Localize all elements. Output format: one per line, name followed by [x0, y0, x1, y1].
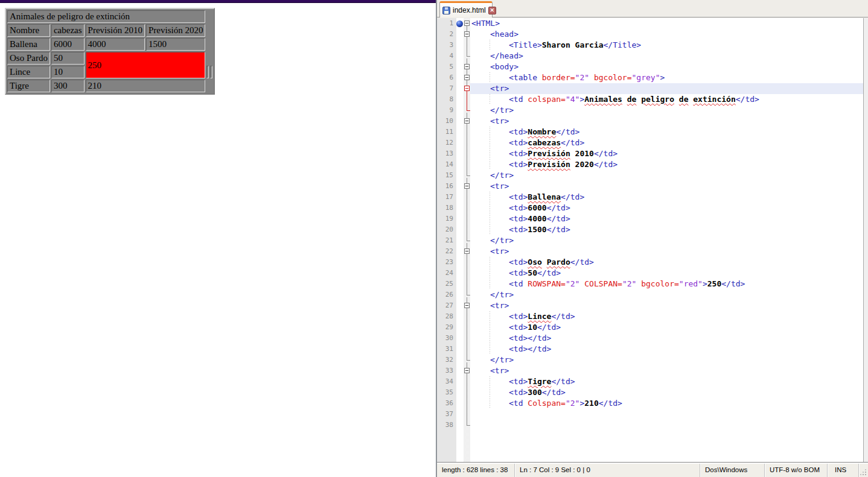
code-line-32[interactable]: 32</tr>: [437, 355, 863, 365]
status-encoding[interactable]: UTF-8 w/o BOM: [764, 464, 827, 477]
bookmark-margin-cell[interactable]: [456, 72, 464, 83]
code-line-28[interactable]: 28<td>Lince</td>: [437, 311, 863, 322]
code-line-12[interactable]: 12<td>cabezas</td>: [437, 137, 863, 148]
bookmark-margin-cell[interactable]: [456, 409, 464, 420]
fold-margin-cell[interactable]: [464, 18, 470, 29]
fold-margin-cell[interactable]: [464, 203, 470, 213]
fold-margin-cell[interactable]: [464, 72, 470, 83]
code-text[interactable]: [470, 409, 863, 420]
code-line-2[interactable]: 2<head>: [437, 29, 863, 40]
code-text[interactable]: <tr>: [470, 365, 863, 376]
line-number[interactable]: 10: [437, 116, 456, 127]
code-text[interactable]: <td>Ballena</td>: [470, 192, 863, 203]
line-number[interactable]: 19: [437, 213, 456, 224]
fold-margin-cell[interactable]: [464, 300, 470, 311]
code-text[interactable]: <td>1500</td>: [470, 224, 863, 235]
line-number[interactable]: 28: [437, 311, 456, 322]
code-text[interactable]: </tr>: [470, 170, 863, 181]
bookmark-margin-cell[interactable]: [456, 137, 464, 148]
code-text[interactable]: <td>Oso Pardo</td>: [470, 257, 863, 268]
code-line-27[interactable]: 27<tr>: [437, 300, 863, 311]
fold-margin-cell[interactable]: [464, 29, 470, 40]
line-number[interactable]: 35: [437, 387, 456, 398]
line-number[interactable]: 29: [437, 322, 456, 333]
fold-toggle-icon[interactable]: [464, 183, 470, 189]
bookmark-margin-cell[interactable]: [456, 192, 464, 203]
line-number[interactable]: 12: [437, 137, 456, 148]
resize-grip-icon[interactable]: [865, 474, 866, 475]
fold-margin-cell[interactable]: [464, 51, 470, 62]
code-line-19[interactable]: 19<td>4000</td>: [437, 213, 863, 224]
code-text[interactable]: <head>: [470, 29, 863, 40]
bookmark-margin-cell[interactable]: [456, 376, 464, 387]
status-insert-mode[interactable]: INS: [827, 464, 858, 477]
code-line-33[interactable]: 33<tr>: [437, 365, 863, 376]
code-text[interactable]: <td ROWSPAN="2" COLSPAN="2" bgcolor="red…: [470, 279, 863, 289]
bookmark-margin-cell[interactable]: [456, 398, 464, 409]
bookmark-margin-cell[interactable]: [456, 83, 464, 94]
bookmark-margin-cell[interactable]: [456, 148, 464, 159]
line-number[interactable]: 22: [437, 246, 456, 257]
fold-margin-cell[interactable]: [464, 148, 470, 159]
bookmark-margin-cell[interactable]: [456, 311, 464, 322]
bookmark-margin-cell[interactable]: [456, 127, 464, 137]
bookmark-margin-cell[interactable]: [456, 246, 464, 257]
code-text[interactable]: <table border="2" bgcolor="grey">: [470, 72, 863, 83]
fold-margin-cell[interactable]: [464, 333, 470, 344]
line-number[interactable]: 21: [437, 235, 456, 246]
code-text[interactable]: <tr>: [470, 181, 863, 192]
code-editor[interactable]: 1<HTML>2<head>3<Title>Sharon Garcia</Tit…: [437, 18, 868, 462]
code-text[interactable]: <td colspan="4">Animales de peligro de e…: [470, 94, 863, 105]
fold-margin-cell[interactable]: [464, 105, 470, 116]
line-number[interactable]: 1: [437, 18, 456, 29]
close-icon[interactable]: ✕: [488, 7, 496, 14]
fold-margin-cell[interactable]: [464, 355, 470, 365]
fold-margin-cell[interactable]: [464, 344, 470, 355]
bookmark-margin-cell[interactable]: [456, 62, 464, 72]
bookmark-margin-cell[interactable]: [456, 235, 464, 246]
code-line-29[interactable]: 29<td>10</td>: [437, 322, 863, 333]
code-text[interactable]: </tr>: [470, 105, 863, 116]
fold-margin-cell[interactable]: [464, 159, 470, 170]
line-number[interactable]: 34: [437, 376, 456, 387]
code-text[interactable]: <tr>: [470, 116, 863, 127]
line-number[interactable]: 26: [437, 289, 456, 300]
bookmark-margin-cell[interactable]: [456, 257, 464, 268]
fold-margin-cell[interactable]: [464, 398, 470, 409]
code-line-37[interactable]: 37: [437, 409, 863, 420]
line-number[interactable]: 31: [437, 344, 456, 355]
line-number[interactable]: 25: [437, 279, 456, 289]
fold-margin-cell[interactable]: [464, 181, 470, 192]
fold-margin-cell[interactable]: [464, 311, 470, 322]
code-text[interactable]: <td>50</td>: [470, 268, 863, 279]
bookmark-margin-cell[interactable]: [456, 170, 464, 181]
code-text[interactable]: </tr>: [470, 289, 863, 300]
fold-margin-cell[interactable]: [464, 365, 470, 376]
bookmark-margin-cell[interactable]: [456, 51, 464, 62]
code-line-6[interactable]: 6<table border="2" bgcolor="grey">: [437, 72, 863, 83]
line-number[interactable]: 14: [437, 159, 456, 170]
fold-margin-cell[interactable]: [464, 192, 470, 203]
line-number[interactable]: 27: [437, 300, 456, 311]
code-text[interactable]: <td>10</td>: [470, 322, 863, 333]
fold-margin-cell[interactable]: [464, 246, 470, 257]
line-number[interactable]: 5: [437, 62, 456, 72]
code-line-13[interactable]: 13<td>Previsión 2010</td>: [437, 148, 863, 159]
line-number[interactable]: 9: [437, 105, 456, 116]
fold-margin-cell[interactable]: [464, 40, 470, 51]
line-number[interactable]: 17: [437, 192, 456, 203]
bookmark-margin-cell[interactable]: [456, 322, 464, 333]
code-line-38[interactable]: 38: [437, 420, 863, 431]
code-line-22[interactable]: 22<tr>: [437, 246, 863, 257]
line-number[interactable]: 13: [437, 148, 456, 159]
code-line-7[interactable]: 7<tr>: [437, 83, 863, 94]
bookmark-margin-cell[interactable]: [456, 300, 464, 311]
line-number[interactable]: 30: [437, 333, 456, 344]
line-number[interactable]: 23: [437, 257, 456, 268]
code-text[interactable]: <td></td>: [470, 344, 863, 355]
code-text[interactable]: <body>: [470, 62, 863, 72]
code-line-31[interactable]: 31<td></td>: [437, 344, 863, 355]
fold-margin-cell[interactable]: [464, 224, 470, 235]
bookmark-margin-cell[interactable]: [456, 213, 464, 224]
bookmark-margin-cell[interactable]: [456, 387, 464, 398]
